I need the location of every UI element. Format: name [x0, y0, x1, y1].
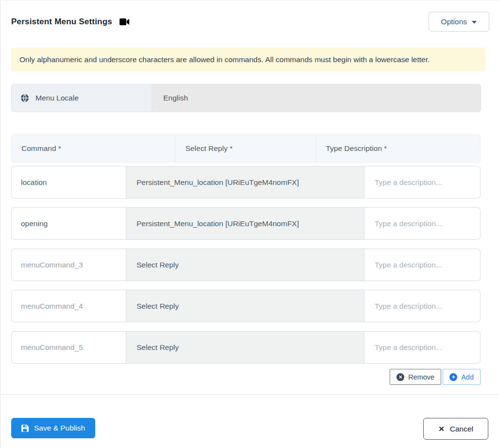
- menu-locale-group: Menu Locale English: [11, 84, 481, 112]
- table-row: menuCommand_3 Select Reply Type a descri…: [11, 249, 481, 281]
- page-title: Persistent Menu Settings: [11, 17, 112, 27]
- description-input[interactable]: Type a description...: [364, 331, 481, 364]
- save-floppy-icon: [21, 425, 29, 432]
- table-row: menuCommand_4 Select Reply Type a descri…: [11, 290, 481, 322]
- remove-button-label: Remove: [408, 373, 434, 381]
- row-actions: × Remove + Add: [11, 369, 481, 385]
- column-header-select-reply: Select Reply *: [175, 135, 316, 162]
- cancel-x-icon: ✕: [438, 425, 445, 433]
- add-circle-plus-icon: +: [449, 373, 457, 381]
- cancel-label: Cancel: [450, 425, 473, 433]
- video-camera-icon: [120, 18, 130, 25]
- menu-locale-label: Menu Locale: [35, 94, 79, 102]
- command-rules-alert: Only alphanumeric and underscore charact…: [11, 48, 485, 71]
- reply-select[interactable]: Select Reply: [126, 331, 364, 364]
- description-input[interactable]: Type a description...: [364, 249, 481, 281]
- column-header-command: Command *: [12, 135, 175, 162]
- cancel-button[interactable]: ✕ Cancel: [423, 418, 488, 440]
- persistent-menu-settings-panel: Persistent Menu Settings Options Only al…: [0, 0, 499, 448]
- add-button-label: Add: [461, 373, 474, 381]
- panel-footer: Save & Publish ✕ Cancel: [0, 395, 499, 440]
- reply-select[interactable]: Persistent_Menu_location [URiEuTgeM4nomF…: [126, 207, 364, 240]
- column-header-type-description: Type Description *: [316, 135, 480, 162]
- command-input[interactable]: menuCommand_4: [11, 290, 126, 322]
- description-input[interactable]: Type a description...: [364, 207, 481, 240]
- save-publish-button[interactable]: Save & Publish: [11, 418, 95, 438]
- menu-locale-value: English: [152, 84, 481, 112]
- reply-select[interactable]: Select Reply: [126, 290, 364, 322]
- options-button[interactable]: Options: [429, 12, 489, 32]
- command-input[interactable]: location: [11, 166, 126, 199]
- table-header-row: Command * Select Reply * Type Descriptio…: [11, 134, 481, 163]
- description-input[interactable]: Type a description...: [364, 290, 481, 322]
- remove-circle-x-icon: ×: [396, 373, 404, 381]
- alert-text: Only alphanumeric and underscore charact…: [19, 55, 430, 64]
- caret-down-icon: [472, 21, 477, 24]
- command-input[interactable]: menuCommand_3: [11, 249, 126, 281]
- add-row-button[interactable]: + Add: [443, 369, 481, 385]
- description-input[interactable]: Type a description...: [364, 166, 481, 199]
- save-publish-label: Save & Publish: [34, 424, 85, 432]
- panel-header: Persistent Menu Settings Options: [11, 12, 489, 32]
- remove-row-button[interactable]: × Remove: [390, 369, 441, 385]
- command-input[interactable]: menuCommand_5: [11, 331, 126, 364]
- table-row: menuCommand_5 Select Reply Type a descri…: [11, 331, 481, 364]
- table-row: location Persistent_Menu_location [URiEu…: [11, 166, 481, 199]
- command-input[interactable]: opening: [11, 207, 126, 240]
- globe-icon: [20, 94, 29, 102]
- reply-select[interactable]: Select Reply: [126, 249, 364, 281]
- table-row: opening Persistent_Menu_location [URiEuT…: [11, 207, 481, 240]
- options-button-label: Options: [441, 17, 467, 26]
- menu-locale-label-addon: Menu Locale: [12, 84, 152, 112]
- reply-select[interactable]: Persistent_Menu_location [URiEuTgeM4nomF…: [126, 166, 364, 199]
- title-wrap: Persistent Menu Settings: [11, 17, 130, 27]
